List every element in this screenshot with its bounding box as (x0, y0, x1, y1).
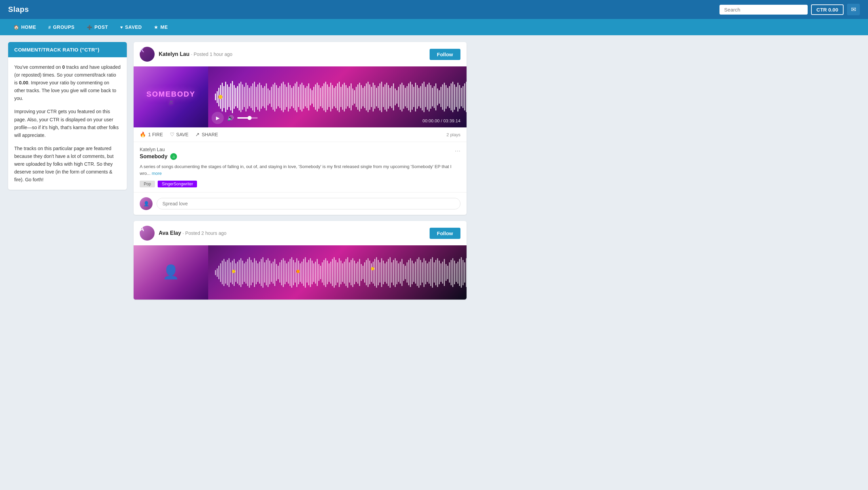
ctr-box: COMMENT/TRACK RATIO ("CTR") You've comme… (8, 42, 127, 190)
track-card-2-header: A Ava Elay · Posted 2 hours ago Follow (134, 221, 467, 245)
waveform-playhead-1 (218, 95, 222, 99)
save-button-1[interactable]: ♡ SAVE (170, 131, 189, 138)
mail-button[interactable]: ✉ (847, 4, 860, 15)
fire-button-1[interactable]: 🔥 1 FIRE (140, 131, 163, 138)
nav-bar: 🏠 HOME # GROUPS ➕ POST ♥ SAVED ★ ME (0, 19, 868, 35)
album-art-2: 👤 (134, 245, 208, 300)
share-button-1[interactable]: ↗ SHARE (195, 131, 218, 138)
comment-input-1[interactable] (157, 198, 460, 209)
waveform-dot-2c (371, 267, 374, 270)
track-1-user-info: K Katelyn Lau · Posted 1 hour ago (140, 47, 232, 62)
groups-icon: # (48, 25, 51, 30)
track-1-actions: 🔥 1 FIRE ♡ SAVE ↗ SHARE 2 plays (134, 127, 467, 142)
saved-icon: ♥ (120, 25, 123, 30)
tag-singersongwriter-1[interactable]: SingerSongwriter (158, 181, 197, 187)
options-button-1[interactable]: ··· (455, 147, 460, 155)
waveform-dot-2b (296, 270, 300, 273)
track-1-username[interactable]: Katelyn Lau · Posted 1 hour ago (159, 51, 232, 57)
nav-label-groups: GROUPS (53, 24, 75, 30)
time-display-1: 00:00.00 / 03:39.14 (422, 118, 460, 123)
avatar-ava: A (140, 226, 155, 241)
comment-avatar-1: 👤 (140, 197, 153, 210)
top-bar-right: CTR 0.00 ✉ (719, 4, 860, 15)
comment-area-1: 👤 (134, 192, 467, 215)
track-card-2: A Ava Elay · Posted 2 hours ago Follow 👤 (134, 221, 467, 300)
me-icon: ★ (154, 25, 158, 30)
app-logo: Slaps (8, 5, 29, 14)
more-link-1[interactable]: more (152, 171, 162, 176)
ctr-para2: Improving your CTR gets you featured on … (14, 108, 121, 139)
share-icon-1: ↗ (195, 131, 200, 138)
fire-icon-1: 🔥 (140, 131, 146, 138)
waveform-dot-2a (232, 270, 235, 273)
nav-item-post[interactable]: ➕ POST (81, 22, 114, 33)
waveform-bars-2 (208, 245, 467, 300)
nav-label-post: POST (94, 24, 108, 30)
waveform-player-2[interactable]: 👤 (134, 245, 467, 300)
ctr-badge: CTR 0.00 (811, 4, 844, 15)
nav-item-groups[interactable]: # GROUPS (43, 22, 80, 33)
search-input[interactable] (719, 5, 808, 15)
avatar-ava-initial: A (140, 226, 144, 232)
avatar-katelyn: K (140, 47, 155, 62)
plays-count-1: 2 plays (447, 132, 460, 137)
avatar-katelyn-initial: K (140, 47, 144, 54)
volume-icon-1: 🔊 (227, 115, 234, 121)
track-2-username[interactable]: Ava Elay · Posted 2 hours ago (159, 230, 226, 236)
play-button-1[interactable]: ▶ (212, 112, 224, 124)
nav-label-home: HOME (21, 24, 36, 30)
spotify-icon-1: ♫ (170, 153, 177, 160)
track-1-info: Katelyn Lau Somebody ♫ A series of songs… (134, 142, 467, 192)
track-1-artist: Katelyn Lau (140, 147, 455, 152)
main-layout: COMMENT/TRACK RATIO ("CTR") You've comme… (0, 35, 475, 306)
waveform-player-1[interactable]: SOMEBODY 🎵 ▶ 🔊 00:00.00 (134, 66, 467, 127)
nav-item-saved[interactable]: ♥ SAVED (115, 22, 147, 33)
ctr-para3: The tracks on this particular page are f… (14, 145, 121, 184)
mail-icon: ✉ (851, 6, 856, 13)
sidebar: COMMENT/TRACK RATIO ("CTR") You've comme… (8, 42, 127, 300)
volume-bar-1[interactable] (237, 117, 258, 119)
ctr-box-body: You've commented on 0 tracks and have up… (8, 57, 127, 190)
track-card-1: K Katelyn Lau · Posted 1 hour ago Follow… (134, 42, 467, 215)
ctr-box-header: COMMENT/TRACK RATIO ("CTR") (8, 42, 127, 57)
track-1-desc: A series of songs documenting the stages… (140, 163, 455, 177)
track-card-1-header: K Katelyn Lau · Posted 1 hour ago Follow (134, 42, 467, 66)
content-area: K Katelyn Lau · Posted 1 hour ago Follow… (134, 42, 467, 300)
nav-label-saved: SAVED (125, 24, 142, 30)
top-bar: Slaps CTR 0.00 ✉ (0, 0, 868, 19)
heart-icon-1: ♡ (170, 131, 174, 138)
waveform-controls-1: ▶ 🔊 (212, 112, 258, 124)
track-1-title: Somebody (140, 154, 167, 160)
track-2-user-info: A Ava Elay · Posted 2 hours ago (140, 226, 226, 241)
track-1-tags: Pop SingerSongwriter (140, 181, 455, 187)
comment-avatar-initial-1: 👤 (143, 201, 149, 206)
track-1-title-row: Somebody ♫ (140, 153, 455, 160)
ctr-para1: You've commented on 0 tracks and have up… (14, 63, 121, 102)
nav-label-me: ME (160, 24, 168, 30)
follow-button-2[interactable]: Follow (430, 228, 461, 239)
post-icon: ➕ (87, 25, 93, 30)
tag-pop-1[interactable]: Pop (140, 181, 155, 187)
follow-button-1[interactable]: Follow (430, 49, 461, 60)
nav-item-home[interactable]: 🏠 HOME (8, 22, 42, 33)
home-icon: 🏠 (14, 25, 19, 30)
nav-item-me[interactable]: ★ ME (149, 22, 173, 33)
album-art-1: SOMEBODY 🎵 (134, 66, 208, 127)
